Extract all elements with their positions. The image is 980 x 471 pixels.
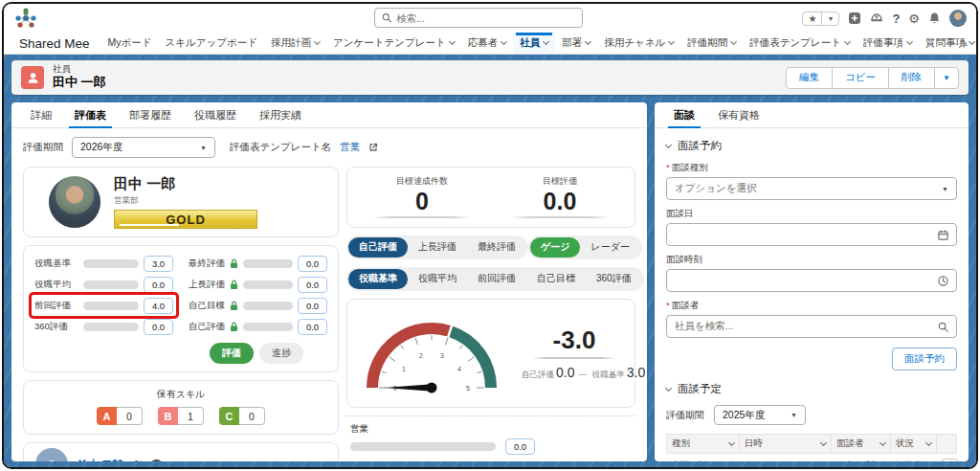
segment-self-goal[interactable]: 自己目標	[526, 269, 586, 289]
related-employee-link[interactable]: 鈴木 二郎	[78, 458, 122, 462]
search-icon	[382, 12, 391, 23]
interview-type-select[interactable]: オプションを選択 ▼	[666, 177, 957, 200]
metric-row-position-average: 役職平均 0.0	[32, 274, 176, 295]
metric-value: 0.0	[298, 319, 327, 335]
category-value[interactable]: 0.0	[505, 438, 535, 455]
copy-button[interactable]: コピー	[832, 67, 889, 89]
nav-item-hiring-channel[interactable]: 採用チャネル	[597, 33, 680, 54]
nav-item-eval-period[interactable]: 評価期間	[680, 33, 743, 54]
tab-details[interactable]: 詳細	[19, 102, 63, 127]
template-link[interactable]: 営業	[340, 141, 360, 154]
edit-button[interactable]: 編集	[786, 67, 833, 89]
column-header-status[interactable]: 状況	[891, 435, 937, 454]
score-summary-card: 役職基準 3.0 役職平均 0.0	[23, 245, 339, 372]
tab-evaluation-sheet[interactable]: 評価表	[63, 102, 118, 127]
evaluate-button[interactable]: 評価	[210, 343, 254, 364]
nav-item-skillup-board[interactable]: スキルアップボード	[159, 33, 264, 54]
sort-chevron-icon	[880, 439, 886, 446]
interview-time-input[interactable]	[666, 269, 957, 292]
tab-interview[interactable]: 面談	[662, 102, 706, 127]
metric-row-position-standard: 役職基準 3.0	[32, 253, 176, 274]
column-header-type[interactable]: 種別	[667, 435, 740, 454]
tab-hiring-results[interactable]: 採用実績	[248, 102, 313, 127]
chevron-down-icon	[449, 38, 456, 45]
add-icon[interactable]	[848, 11, 861, 25]
tab-certifications[interactable]: 保有資格	[706, 102, 771, 127]
segment-radar-view[interactable]: レーダー	[580, 237, 639, 258]
nav-item-myboard[interactable]: Myボード	[101, 33, 159, 54]
tab-position-history[interactable]: 役職履歴	[183, 102, 248, 127]
nav-item-departments[interactable]: 部署	[555, 33, 597, 54]
chevron-down-icon	[501, 38, 507, 45]
setup-gear-icon[interactable]: ⚙	[908, 12, 920, 25]
nav-item-applicants[interactable]: 応募者	[461, 33, 514, 54]
cell-interviewer: 田中 一郎	[832, 454, 891, 462]
select-arrow-icon: ▼	[200, 145, 207, 151]
progress-track	[83, 280, 139, 289]
metric-row-self-goal: 自己目標 0.0	[186, 295, 330, 316]
segment-manager-evaluation[interactable]: 上長評価	[408, 237, 467, 258]
interview-booking-section-header[interactable]: 面談予約	[666, 139, 957, 153]
global-search[interactable]	[374, 8, 583, 28]
lock-icon	[230, 301, 238, 311]
delete-button[interactable]: 削除	[888, 67, 935, 89]
nav-item-eval-items[interactable]: 評価事項	[857, 33, 919, 54]
chevron-down-icon	[314, 38, 321, 45]
nav-item-eval-template[interactable]: 評価表テンプレート	[743, 33, 857, 54]
rank-badge: GOLD	[114, 210, 257, 229]
schedule-period-label: 評価期間	[666, 409, 704, 422]
global-search-input[interactable]	[396, 12, 575, 24]
segment-position-standard[interactable]: 役職基準	[348, 269, 408, 289]
schedule-period-select[interactable]: 2025年度▼	[714, 405, 806, 425]
notifications-bell-icon[interactable]	[928, 11, 941, 25]
favorites-control[interactable]: ★▼	[802, 11, 839, 26]
sort-chevron-icon	[925, 439, 932, 446]
segment-gauge-view[interactable]: ゲージ	[530, 237, 580, 258]
interview-date-input[interactable]	[666, 223, 957, 246]
more-actions-button[interactable]: ▼	[934, 67, 959, 89]
segment-position-average[interactable]: 役職平均	[408, 269, 467, 289]
metric-row-final-evaluation: 最終評価 0.0	[186, 253, 330, 274]
segment-self-evaluation[interactable]: 自己評価	[348, 237, 408, 258]
period-select[interactable]: 2026年度▼	[72, 137, 215, 158]
app-navigation: Shared Mee Myボード スキルアップボード 採用計画 アンケートテンプ…	[4, 33, 976, 55]
column-header-interviewer[interactable]: 面談者	[832, 435, 891, 454]
template-open-icon[interactable]	[368, 143, 378, 152]
interview-date-field: 面談日	[666, 208, 957, 246]
interview-tabs: 面談 保有資格	[655, 102, 969, 128]
record-header: 社員 田中 一郎 編集 コピー 削除 ▼	[11, 60, 969, 95]
nav-item-hiring-plan[interactable]: 採用計画	[264, 33, 326, 54]
employee-name: 田中 一郎	[114, 175, 257, 193]
skill-badge-a: A0	[97, 407, 143, 425]
segment-previous-evaluation[interactable]: 前回評価	[467, 269, 526, 289]
clock-icon[interactable]	[938, 276, 948, 286]
segment-360-evaluation[interactable]: 360評価	[586, 269, 642, 289]
evaluation-filter-row: 評価期間 2026年度▼ 評価表テンプレート名 営業	[11, 128, 647, 165]
nav-item-survey-template[interactable]: アンケートテンプレート	[326, 33, 461, 54]
svg-text:2: 2	[419, 352, 423, 359]
interview-schedule-section-header[interactable]: 面談予定	[666, 382, 957, 396]
help-icon[interactable]: ?	[892, 12, 900, 25]
interviewer-field: *面談者 社員を検索...	[666, 300, 957, 338]
nav-item-employees[interactable]: 社員	[513, 33, 555, 54]
column-header-datetime[interactable]: 日時	[740, 435, 832, 454]
calendar-icon[interactable]	[938, 230, 948, 240]
section-collapse-icon	[665, 384, 672, 391]
record-title: 田中 一郎	[53, 74, 106, 91]
edit-navigation-icon[interactable]: ✎	[960, 37, 969, 50]
progress-button[interactable]: 進捗	[259, 343, 303, 364]
skill-badge-c: C0	[219, 407, 265, 425]
tab-department-history[interactable]: 部署履歴	[118, 102, 183, 127]
chat-icon[interactable]	[150, 459, 163, 462]
book-interview-button[interactable]: 面談予約	[892, 348, 957, 370]
row-actions-button[interactable]: ▼	[942, 459, 958, 461]
company-logo	[13, 6, 38, 31]
search-icon	[938, 322, 948, 332]
metric-value: 0.0	[144, 277, 173, 293]
user-avatar[interactable]	[949, 10, 967, 27]
announcement-icon[interactable]	[870, 11, 883, 25]
group-icon[interactable]	[132, 460, 145, 462]
segment-final-evaluation[interactable]: 最終評価	[467, 237, 526, 258]
global-header: ★▼ ? ⚙	[4, 4, 976, 33]
interviewer-search-input[interactable]: 社員を検索...	[666, 315, 957, 338]
